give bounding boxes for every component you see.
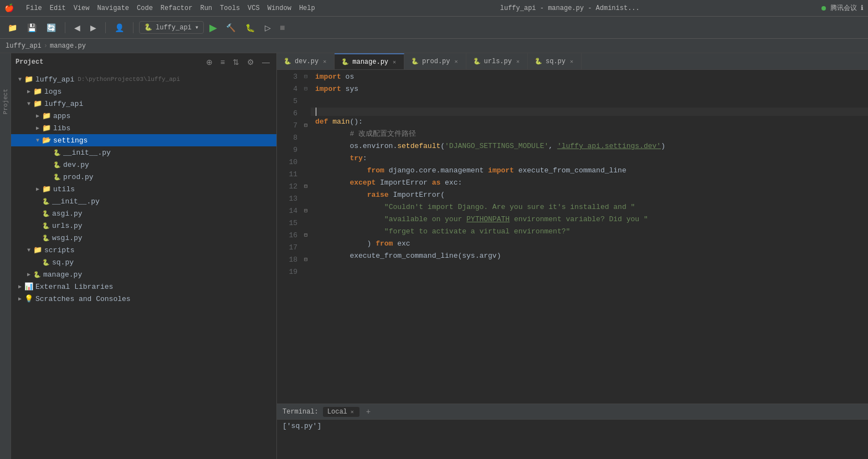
tree-item-dev-py[interactable]: 🐍 dev.py	[11, 159, 276, 171]
tree-arrow-settings[interactable]: ▼	[33, 137, 42, 144]
tree-item-init-api[interactable]: 🐍 __init__.py	[11, 195, 276, 207]
fold-4: ⊟	[302, 83, 310, 95]
menu-vcs[interactable]: VCS	[244, 3, 263, 13]
tree-arrow-libs[interactable]: ▶	[33, 125, 42, 131]
code-line-9: os.environ.setdefault('DJANGO_SETTINGS_M…	[311, 140, 868, 152]
tree-arrow-luffy-api-dir[interactable]: ▼	[24, 101, 33, 107]
tab-sq-py[interactable]: 🐍 sq.py ✕	[528, 53, 582, 69]
coverage-btn[interactable]: ▷	[261, 21, 274, 34]
terminal-tab-local[interactable]: Local ✕	[323, 407, 359, 417]
tab-prod-label: prod.py	[422, 58, 450, 65]
tree-item-prod-py[interactable]: 🐍 prod.py	[11, 171, 276, 183]
tab-prod-icon: 🐍	[411, 58, 419, 65]
tab-prod-py[interactable]: 🐍 prod.py ✕	[404, 53, 466, 69]
tree-item-asgi[interactable]: 🐍 asgi.py	[11, 207, 276, 220]
tab-sq-close[interactable]: ✕	[569, 58, 574, 65]
tab-manage-py[interactable]: 🐍 manage.py ✕	[335, 53, 404, 69]
code-line-18: execute_from_command_line(sys.argv)	[311, 250, 868, 262]
tab-sq-label: sq.py	[546, 58, 566, 65]
fold-14[interactable]: ⊟	[302, 205, 310, 217]
sync-btn[interactable]: 🔄	[43, 21, 59, 34]
terminal-add-btn[interactable]: +	[364, 407, 373, 416]
tree-label-scratches: Scratches and Consoles	[35, 295, 131, 303]
tree-label-luffy-api-dir: luffy_api	[44, 100, 83, 108]
forward-btn[interactable]: ▶	[87, 21, 100, 34]
menu-tools[interactable]: Tools	[217, 3, 243, 13]
add-config-btn[interactable]: ⊕	[204, 57, 215, 68]
tree-path-root: D:\pythonProject03\luffy_api	[78, 76, 180, 83]
menu-help[interactable]: Help	[296, 3, 319, 13]
code-editor[interactable]: 3 4 5 6 7 8 9 10 11 12 13 14 15 16 17 18…	[277, 70, 868, 404]
fold-15	[302, 217, 310, 230]
stop-btn[interactable]: ■	[278, 22, 287, 34]
code-content[interactable]: import os import sys def main(): # 改成配置文…	[311, 70, 868, 404]
tree-item-external-libs[interactable]: ▶ 📊 External Libraries	[11, 280, 276, 293]
meeting-info: 腾讯会议 ℹ	[830, 3, 864, 13]
tree-item-scripts[interactable]: ▼ 📁 scripts	[11, 244, 276, 256]
terminal-content[interactable]: ['sq.py']	[277, 420, 868, 459]
breadcrumb-file[interactable]: manage.py	[50, 42, 86, 50]
tree-arrow-scratches[interactable]: ▶	[16, 295, 24, 302]
fold-16[interactable]: ⊟	[302, 230, 310, 242]
tree-item-wsgi[interactable]: 🐍 wsgi.py	[11, 232, 276, 244]
tree-label-apps: apps	[53, 112, 70, 120]
terminal-title: Terminal:	[283, 408, 319, 416]
terminal-tab-close[interactable]: ✕	[350, 408, 355, 416]
tree-arrow-manage[interactable]: ▶	[24, 271, 33, 278]
tree-item-logs[interactable]: ▶ 📁 logs	[11, 85, 276, 98]
tree-item-utils[interactable]: ▶ 📁 utils	[11, 183, 276, 195]
minimize-sidebar-btn[interactable]: —	[260, 57, 272, 68]
menu-navigate[interactable]: Navigate	[94, 3, 132, 13]
build-btn[interactable]: 🔨	[223, 21, 239, 34]
tree-label-prod: prod.py	[63, 173, 94, 181]
tree-item-manage-py[interactable]: ▶ 🐍 manage.py	[11, 268, 276, 280]
tree-item-settings[interactable]: ▼ 📂 settings	[11, 134, 276, 146]
tree-item-luffy-api-dir[interactable]: ▼ 📁 luffy_api	[11, 98, 276, 110]
tree-arrow-scripts[interactable]: ▼	[24, 247, 33, 253]
open-folder-btn[interactable]: 📁	[4, 21, 20, 34]
save-btn[interactable]: 💾	[24, 21, 40, 34]
tab-urls-close[interactable]: ✕	[515, 58, 521, 65]
tree-arrow-apps[interactable]: ▶	[33, 113, 42, 119]
menu-bar[interactable]: File Edit View Navigate Code Refactor Ru…	[23, 3, 319, 13]
settings-btn[interactable]: ⚙	[245, 57, 256, 68]
fold-7[interactable]: ⊟	[302, 120, 310, 132]
menu-view[interactable]: View	[70, 3, 93, 13]
user-btn[interactable]: 👤	[111, 21, 127, 34]
tree-item-init-settings[interactable]: 🐍 __init__.py	[11, 146, 276, 159]
tree-arrow-external[interactable]: ▶	[16, 283, 24, 290]
menu-code[interactable]: Code	[133, 3, 156, 13]
project-icon-label[interactable]: Project	[1, 86, 10, 116]
tree-arrow-logs[interactable]: ▶	[24, 88, 33, 95]
run-config-selector[interactable]: 🐍 luffy_api ▾	[139, 21, 204, 34]
tree-label-external: External Libraries	[35, 283, 113, 291]
menu-window[interactable]: Window	[264, 3, 295, 13]
menu-edit[interactable]: Edit	[47, 3, 69, 13]
fold-18[interactable]: ⊟	[302, 254, 310, 266]
tree-item-scratches[interactable]: ▶ 💡 Scratches and Consoles	[11, 293, 276, 305]
menu-run[interactable]: Run	[197, 3, 215, 13]
menu-refactor[interactable]: Refactor	[157, 3, 196, 13]
tree-item-luffy-api-root[interactable]: ▼ 📁 luffy_api D:\pythonProject03\luffy_a…	[11, 73, 276, 85]
collapse-all-btn[interactable]: ≡	[218, 57, 227, 68]
tab-dev-py[interactable]: 🐍 dev.py ✕	[277, 53, 335, 69]
tab-dev-close[interactable]: ✕	[322, 58, 327, 65]
breadcrumb-project[interactable]: luffy_api	[6, 42, 42, 50]
tree-item-sq-py[interactable]: 🐍 sq.py	[11, 256, 276, 268]
tree-arrow-root[interactable]: ▼	[16, 76, 24, 83]
tree-item-libs[interactable]: ▶ 📁 libs	[11, 122, 276, 134]
main-content: Project Project ⊕ ≡ ⇅ ⚙ — ▼ 📁 luffy_api …	[0, 53, 868, 459]
tab-manage-close[interactable]: ✕	[392, 58, 397, 66]
menu-file[interactable]: File	[23, 3, 45, 13]
tree-item-urls-py[interactable]: 🐍 urls.py	[11, 220, 276, 232]
debug-btn[interactable]: 🐛	[242, 21, 258, 34]
back-btn[interactable]: ◀	[71, 21, 84, 34]
fold-12[interactable]: ⊟	[302, 181, 310, 193]
tab-prod-close[interactable]: ✕	[454, 58, 459, 65]
ext-icon: 📊	[24, 282, 33, 291]
tab-urls-py[interactable]: 🐍 urls.py ✕	[466, 53, 528, 69]
sort-btn[interactable]: ⇅	[230, 57, 242, 68]
run-button[interactable]: ▶	[207, 21, 219, 35]
tree-arrow-utils[interactable]: ▶	[33, 186, 42, 192]
tree-item-apps[interactable]: ▶ 📁 apps	[11, 110, 276, 122]
